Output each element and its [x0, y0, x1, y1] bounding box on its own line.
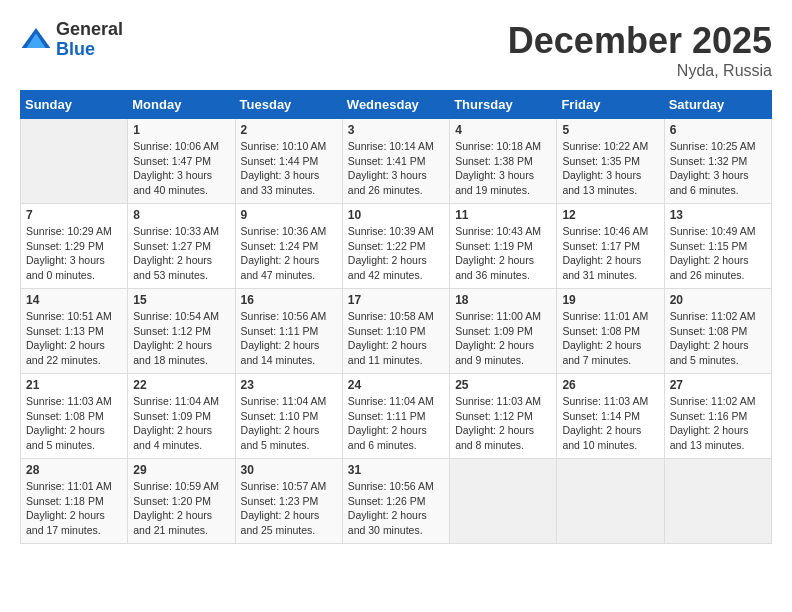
logo-text: General Blue [56, 20, 123, 60]
day-info: Sunrise: 10:36 AMSunset: 1:24 PMDaylight… [241, 224, 337, 283]
calendar-cell: 10Sunrise: 10:39 AMSunset: 1:22 PMDaylig… [342, 204, 449, 289]
day-info: Sunrise: 10:06 AMSunset: 1:47 PMDaylight… [133, 139, 229, 198]
calendar-week-5: 28Sunrise: 11:01 AMSunset: 1:18 PMDaylig… [21, 459, 772, 544]
day-number: 1 [133, 123, 229, 137]
day-info: Sunrise: 10:59 AMSunset: 1:20 PMDaylight… [133, 479, 229, 538]
calendar-cell: 12Sunrise: 10:46 AMSunset: 1:17 PMDaylig… [557, 204, 664, 289]
calendar-cell: 20Sunrise: 11:02 AMSunset: 1:08 PMDaylig… [664, 289, 771, 374]
calendar-cell: 30Sunrise: 10:57 AMSunset: 1:23 PMDaylig… [235, 459, 342, 544]
day-info: Sunrise: 11:04 AMSunset: 1:11 PMDaylight… [348, 394, 444, 453]
calendar-cell [450, 459, 557, 544]
day-info: Sunrise: 10:33 AMSunset: 1:27 PMDaylight… [133, 224, 229, 283]
day-number: 3 [348, 123, 444, 137]
calendar-cell: 28Sunrise: 11:01 AMSunset: 1:18 PMDaylig… [21, 459, 128, 544]
calendar-cell [557, 459, 664, 544]
day-number: 9 [241, 208, 337, 222]
calendar-cell: 26Sunrise: 11:03 AMSunset: 1:14 PMDaylig… [557, 374, 664, 459]
calendar-table: SundayMondayTuesdayWednesdayThursdayFrid… [20, 90, 772, 544]
day-number: 31 [348, 463, 444, 477]
day-info: Sunrise: 10:46 AMSunset: 1:17 PMDaylight… [562, 224, 658, 283]
day-number: 12 [562, 208, 658, 222]
weekday-header-friday: Friday [557, 91, 664, 119]
weekday-header-wednesday: Wednesday [342, 91, 449, 119]
day-info: Sunrise: 10:49 AMSunset: 1:15 PMDaylight… [670, 224, 766, 283]
calendar-cell: 6Sunrise: 10:25 AMSunset: 1:32 PMDayligh… [664, 119, 771, 204]
calendar-cell: 3Sunrise: 10:14 AMSunset: 1:41 PMDayligh… [342, 119, 449, 204]
calendar-cell: 24Sunrise: 11:04 AMSunset: 1:11 PMDaylig… [342, 374, 449, 459]
weekday-header-thursday: Thursday [450, 91, 557, 119]
day-info: Sunrise: 11:04 AMSunset: 1:09 PMDaylight… [133, 394, 229, 453]
day-number: 27 [670, 378, 766, 392]
calendar-cell: 1Sunrise: 10:06 AMSunset: 1:47 PMDayligh… [128, 119, 235, 204]
calendar-cell: 21Sunrise: 11:03 AMSunset: 1:08 PMDaylig… [21, 374, 128, 459]
calendar-cell: 22Sunrise: 11:04 AMSunset: 1:09 PMDaylig… [128, 374, 235, 459]
calendar-header: SundayMondayTuesdayWednesdayThursdayFrid… [21, 91, 772, 119]
month-title: December 2025 [508, 20, 772, 62]
day-number: 17 [348, 293, 444, 307]
day-number: 16 [241, 293, 337, 307]
day-number: 13 [670, 208, 766, 222]
day-number: 7 [26, 208, 122, 222]
day-info: Sunrise: 10:22 AMSunset: 1:35 PMDaylight… [562, 139, 658, 198]
logo-icon [20, 24, 52, 56]
day-info: Sunrise: 11:03 AMSunset: 1:14 PMDaylight… [562, 394, 658, 453]
calendar-week-4: 21Sunrise: 11:03 AMSunset: 1:08 PMDaylig… [21, 374, 772, 459]
day-info: Sunrise: 10:58 AMSunset: 1:10 PMDaylight… [348, 309, 444, 368]
day-number: 25 [455, 378, 551, 392]
day-number: 4 [455, 123, 551, 137]
day-info: Sunrise: 10:39 AMSunset: 1:22 PMDaylight… [348, 224, 444, 283]
day-info: Sunrise: 10:56 AMSunset: 1:11 PMDaylight… [241, 309, 337, 368]
calendar-cell: 2Sunrise: 10:10 AMSunset: 1:44 PMDayligh… [235, 119, 342, 204]
calendar-cell: 18Sunrise: 11:00 AMSunset: 1:09 PMDaylig… [450, 289, 557, 374]
calendar-cell [664, 459, 771, 544]
calendar-cell: 13Sunrise: 10:49 AMSunset: 1:15 PMDaylig… [664, 204, 771, 289]
day-info: Sunrise: 10:56 AMSunset: 1:26 PMDaylight… [348, 479, 444, 538]
day-number: 2 [241, 123, 337, 137]
day-number: 6 [670, 123, 766, 137]
logo: General Blue [20, 20, 123, 60]
weekday-header-saturday: Saturday [664, 91, 771, 119]
calendar-cell: 16Sunrise: 10:56 AMSunset: 1:11 PMDaylig… [235, 289, 342, 374]
page-header: General Blue December 2025 Nyda, Russia [20, 20, 772, 80]
calendar-cell: 15Sunrise: 10:54 AMSunset: 1:12 PMDaylig… [128, 289, 235, 374]
day-number: 14 [26, 293, 122, 307]
day-number: 21 [26, 378, 122, 392]
calendar-week-2: 7Sunrise: 10:29 AMSunset: 1:29 PMDayligh… [21, 204, 772, 289]
calendar-cell: 17Sunrise: 10:58 AMSunset: 1:10 PMDaylig… [342, 289, 449, 374]
day-number: 19 [562, 293, 658, 307]
day-number: 15 [133, 293, 229, 307]
day-info: Sunrise: 10:51 AMSunset: 1:13 PMDaylight… [26, 309, 122, 368]
calendar-cell: 14Sunrise: 10:51 AMSunset: 1:13 PMDaylig… [21, 289, 128, 374]
day-number: 10 [348, 208, 444, 222]
day-info: Sunrise: 10:14 AMSunset: 1:41 PMDaylight… [348, 139, 444, 198]
calendar-body: 1Sunrise: 10:06 AMSunset: 1:47 PMDayligh… [21, 119, 772, 544]
day-number: 18 [455, 293, 551, 307]
day-info: Sunrise: 10:43 AMSunset: 1:19 PMDaylight… [455, 224, 551, 283]
day-number: 26 [562, 378, 658, 392]
location: Nyda, Russia [508, 62, 772, 80]
day-number: 11 [455, 208, 551, 222]
calendar-cell: 4Sunrise: 10:18 AMSunset: 1:38 PMDayligh… [450, 119, 557, 204]
logo-blue: Blue [56, 40, 123, 60]
calendar-cell: 27Sunrise: 11:02 AMSunset: 1:16 PMDaylig… [664, 374, 771, 459]
calendar-cell: 31Sunrise: 10:56 AMSunset: 1:26 PMDaylig… [342, 459, 449, 544]
calendar-cell [21, 119, 128, 204]
day-info: Sunrise: 11:01 AMSunset: 1:18 PMDaylight… [26, 479, 122, 538]
day-info: Sunrise: 10:29 AMSunset: 1:29 PMDaylight… [26, 224, 122, 283]
calendar-cell: 9Sunrise: 10:36 AMSunset: 1:24 PMDayligh… [235, 204, 342, 289]
day-info: Sunrise: 10:10 AMSunset: 1:44 PMDaylight… [241, 139, 337, 198]
day-info: Sunrise: 10:18 AMSunset: 1:38 PMDaylight… [455, 139, 551, 198]
logo-general: General [56, 20, 123, 40]
day-number: 29 [133, 463, 229, 477]
day-number: 22 [133, 378, 229, 392]
day-number: 20 [670, 293, 766, 307]
day-info: Sunrise: 11:04 AMSunset: 1:10 PMDaylight… [241, 394, 337, 453]
day-number: 23 [241, 378, 337, 392]
calendar-cell: 11Sunrise: 10:43 AMSunset: 1:19 PMDaylig… [450, 204, 557, 289]
day-number: 24 [348, 378, 444, 392]
day-info: Sunrise: 11:02 AMSunset: 1:16 PMDaylight… [670, 394, 766, 453]
calendar-cell: 19Sunrise: 11:01 AMSunset: 1:08 PMDaylig… [557, 289, 664, 374]
day-info: Sunrise: 11:02 AMSunset: 1:08 PMDaylight… [670, 309, 766, 368]
weekday-header-tuesday: Tuesday [235, 91, 342, 119]
day-info: Sunrise: 11:01 AMSunset: 1:08 PMDaylight… [562, 309, 658, 368]
